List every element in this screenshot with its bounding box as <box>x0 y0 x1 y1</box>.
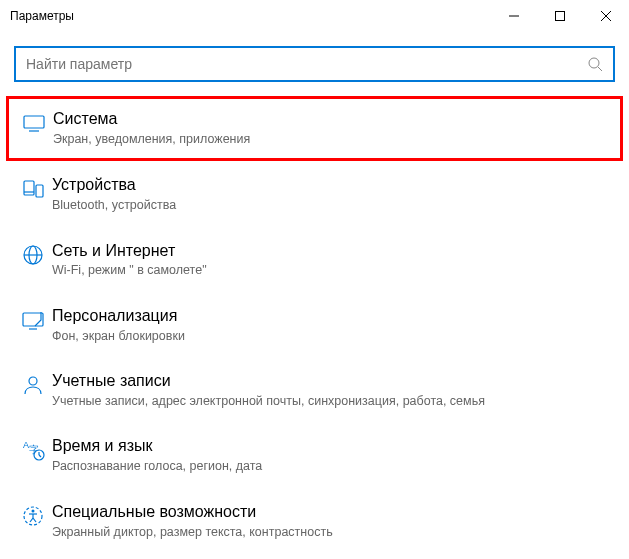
network-icon <box>14 241 52 267</box>
item-text: Специальные возможности Экранный диктор,… <box>52 502 615 541</box>
item-desc: Учетные записи, адрес электронной почты,… <box>52 393 615 411</box>
settings-item-system[interactable]: Система Экран, уведомления, приложения <box>6 96 623 161</box>
svg-point-23 <box>32 509 35 512</box>
svg-line-5 <box>598 67 602 71</box>
close-icon <box>601 11 611 21</box>
titlebar: Параметры <box>0 0 629 32</box>
item-text: Устройства Bluetooth, устройства <box>52 175 615 214</box>
settings-item-accessibility[interactable]: Специальные возможности Экранный диктор,… <box>6 490 623 553</box>
svg-rect-8 <box>24 181 34 195</box>
item-text: Сеть и Интернет Wi-Fi, режим " в самолет… <box>52 241 615 280</box>
settings-item-time-language[interactable]: A 字 Время и язык Распознавание голоса, р… <box>6 424 623 487</box>
settings-item-devices[interactable]: Устройства Bluetooth, устройства <box>6 163 623 226</box>
svg-line-27 <box>33 518 36 522</box>
item-title: Время и язык <box>52 436 615 457</box>
svg-point-4 <box>589 58 599 68</box>
item-desc: Wi-Fi, режим " в самолете" <box>52 262 615 280</box>
settings-item-personalization[interactable]: Персонализация Фон, экран блокировки <box>6 294 623 357</box>
search-box[interactable] <box>14 46 615 82</box>
settings-item-network[interactable]: Сеть и Интернет Wi-Fi, режим " в самолет… <box>6 229 623 292</box>
search-icon <box>587 56 603 72</box>
maximize-icon <box>555 11 565 21</box>
item-desc: Экранный диктор, размер текста, контраст… <box>52 524 615 542</box>
search-input[interactable] <box>26 56 587 72</box>
item-text: Система Экран, уведомления, приложения <box>53 109 614 148</box>
svg-line-26 <box>30 518 33 522</box>
personalization-icon <box>14 306 52 332</box>
item-title: Специальные возможности <box>52 502 615 523</box>
minimize-button[interactable] <box>491 0 537 32</box>
svg-line-21 <box>39 455 41 457</box>
item-text: Персонализация Фон, экран блокировки <box>52 306 615 345</box>
window-controls <box>491 0 629 32</box>
item-desc: Фон, экран блокировки <box>52 328 615 346</box>
item-text: Учетные записи Учетные записи, адрес эле… <box>52 371 615 410</box>
item-text: Время и язык Распознавание голоса, регио… <box>52 436 615 475</box>
accessibility-icon <box>14 502 52 528</box>
close-button[interactable] <box>583 0 629 32</box>
svg-rect-9 <box>36 185 43 197</box>
svg-point-16 <box>29 377 37 385</box>
time-language-icon: A 字 <box>14 436 52 462</box>
item-title: Учетные записи <box>52 371 615 392</box>
item-title: Персонализация <box>52 306 615 327</box>
window-title: Параметры <box>10 9 491 23</box>
item-desc: Bluetooth, устройства <box>52 197 615 215</box>
item-desc: Экран, уведомления, приложения <box>53 131 614 149</box>
settings-list: Система Экран, уведомления, приложения У… <box>0 90 629 559</box>
item-title: Устройства <box>52 175 615 196</box>
item-title: Система <box>53 109 614 130</box>
item-desc: Распознавание голоса, регион, дата <box>52 458 615 476</box>
item-title: Сеть и Интернет <box>52 241 615 262</box>
maximize-button[interactable] <box>537 0 583 32</box>
svg-rect-6 <box>24 116 44 128</box>
settings-item-accounts[interactable]: Учетные записи Учетные записи, адрес эле… <box>6 359 623 422</box>
minimize-icon <box>509 11 519 21</box>
svg-rect-14 <box>23 313 43 326</box>
svg-rect-1 <box>556 12 565 21</box>
devices-icon <box>14 175 52 201</box>
search-container <box>0 32 629 90</box>
accounts-icon <box>14 371 52 397</box>
system-icon <box>15 109 53 135</box>
